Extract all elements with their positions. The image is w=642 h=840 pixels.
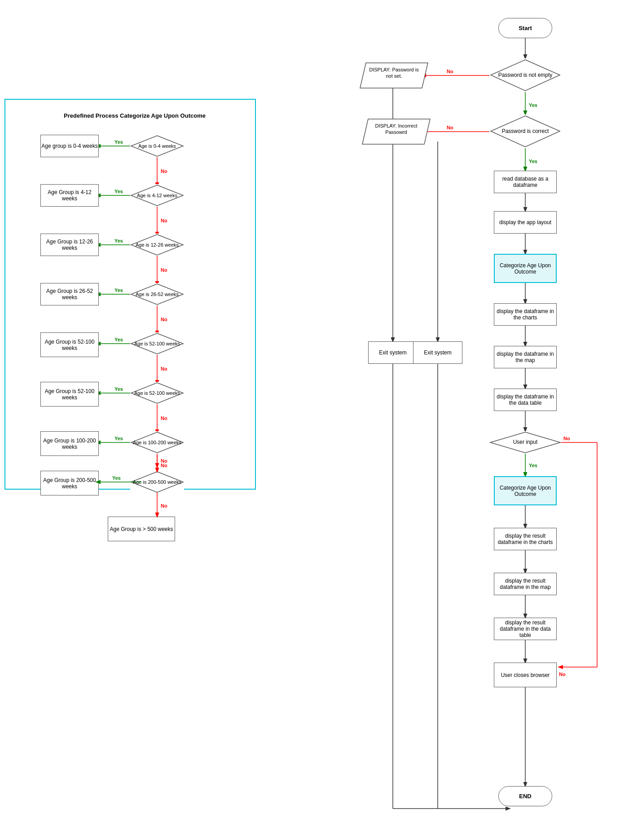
right-node-categorize-age-2: Categorize Age Upon Outcome: [494, 476, 557, 505]
svg-text:No: No: [447, 69, 453, 74]
right-node-d2-password-correct: Password is correct: [489, 115, 561, 148]
svg-text:No: No: [161, 503, 167, 508]
left-node-diamond-26-52: Age is 26-52 weeks: [130, 283, 184, 305]
right-node-end: END: [498, 786, 552, 806]
left-node-diamond-4-12: Age is 4-12 weeks: [130, 184, 184, 207]
left-node-rect-200-500: Age Group is 200-500 weeks: [40, 471, 99, 495]
left-node-diamond-52-100-b: Age is 52-100 weeks: [130, 382, 184, 404]
right-node-start: Start: [498, 18, 552, 38]
right-node-display-password-not-set: DISPLAY: Password is not set.: [359, 62, 429, 89]
right-node-display-result-table: display the result dataframe in the data…: [494, 618, 557, 640]
right-node-display-df-map: display the dataframe in the map: [494, 346, 557, 368]
left-node-diamond-52-100-a: Age is 52-100 weeks: [130, 332, 184, 355]
right-node-categorize-age-1: Categorize Age Upon Outcome: [494, 254, 557, 283]
left-node-rect-4-12: Age Group is 4-12 weeks: [40, 184, 99, 207]
right-node-user-input: User input: [489, 431, 561, 454]
left-node-rect-0-4: Age group is 0-4 weeks: [40, 135, 99, 157]
svg-text:Yes: Yes: [529, 463, 537, 468]
left-node-rect-52-100-b: Age Group is 52-100 weeks: [40, 382, 99, 407]
right-node-exit-system-2: Exit system: [413, 341, 462, 364]
left-diagram-title: Predefined Process Categorize Age Upon O…: [40, 112, 229, 119]
left-node-diamond-12-26: Age is 12-26 weeks: [130, 234, 184, 256]
left-node-rect-26-52: Age Group is 26-52 weeks: [40, 283, 99, 305]
left-node-rect-500plus: Age Group is > 500 weeks: [108, 517, 175, 541]
right-node-display-result-charts: display the result dataframe in the char…: [494, 528, 557, 550]
left-node-diamond-200-500: Age is 200-500 weeks: [130, 471, 184, 493]
right-main-flowchart: No Yes No Yes Yes: [332, 9, 629, 827]
right-node-display-app-layout: display the app layout: [494, 211, 557, 234]
svg-text:Yes: Yes: [529, 159, 537, 164]
right-node-user-closes-browser: User closes browser: [494, 663, 557, 687]
right-node-read-database: read database as a dataframe: [494, 171, 557, 193]
right-node-display-df-charts: display the dataframe in the charts: [494, 303, 557, 326]
left-node-rect-52-100-a: Age Group is 52-100 weeks: [40, 332, 99, 357]
right-node-display-result-map: display the result dataframe in the map: [494, 573, 557, 595]
left-node-rect-100-200: Age Group is 100-200 weeks: [40, 431, 99, 456]
left-node-rect-12-26: Age Group is 12-26 weeks: [40, 234, 99, 256]
left-node-diamond-100-200: Age is 100-200 weeks: [130, 431, 184, 454]
right-node-display-incorrect-password: DISPLAY: Incorrect Passowrd: [361, 118, 431, 145]
svg-text:No: No: [559, 672, 566, 677]
left-predefined-process-diagram: Predefined Process Categorize Age Upon O…: [4, 99, 256, 490]
svg-text:No: No: [447, 125, 453, 130]
svg-text:No: No: [563, 436, 570, 441]
svg-text:Yes: Yes: [529, 102, 537, 108]
left-node-diamond-0-4: Age is 0-4 weeks: [130, 135, 184, 157]
right-node-d1-password-empty: Password is not empty: [489, 58, 561, 92]
right-node-exit-system-1: Exit system: [368, 341, 418, 364]
right-node-display-df-table: display the dataframe in the data table: [494, 389, 557, 411]
